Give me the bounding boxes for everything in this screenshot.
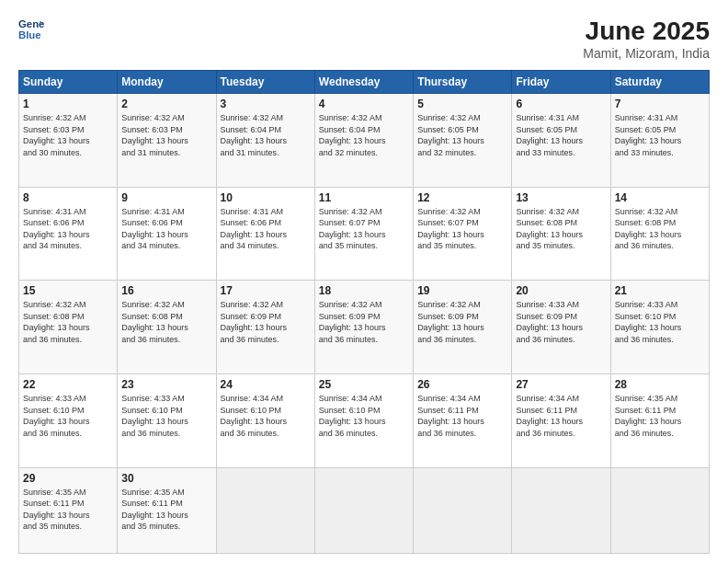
day-info: Sunrise: 4:34 AM Sunset: 6:10 PM Dayligh… xyxy=(221,393,311,439)
day-number: 21 xyxy=(615,284,705,297)
weekday-header: Sunday xyxy=(19,71,118,94)
title-block: June 2025 Mamit, Mizoram, India xyxy=(583,17,710,61)
weekday-header: Thursday xyxy=(414,71,512,94)
day-info: Sunrise: 4:34 AM Sunset: 6:11 PM Dayligh… xyxy=(417,393,507,439)
svg-text:General: General xyxy=(18,18,44,29)
calendar-cell: 22Sunrise: 4:33 AM Sunset: 6:10 PM Dayli… xyxy=(19,373,118,467)
day-number: 14 xyxy=(615,191,705,204)
day-info: Sunrise: 4:32 AM Sunset: 6:05 PM Dayligh… xyxy=(417,112,507,158)
day-info: Sunrise: 4:31 AM Sunset: 6:06 PM Dayligh… xyxy=(121,206,211,252)
day-info: Sunrise: 4:31 AM Sunset: 6:06 PM Dayligh… xyxy=(221,206,311,252)
day-number: 10 xyxy=(221,191,311,204)
day-number: 5 xyxy=(417,98,507,110)
day-info: Sunrise: 4:32 AM Sunset: 6:09 PM Dayligh… xyxy=(417,299,507,345)
calendar-cell: 30Sunrise: 4:35 AM Sunset: 6:11 PM Dayli… xyxy=(118,467,216,553)
day-number: 20 xyxy=(516,284,606,297)
day-info: Sunrise: 4:31 AM Sunset: 6:05 PM Dayligh… xyxy=(516,112,606,158)
day-number: 28 xyxy=(615,378,705,391)
day-info: Sunrise: 4:32 AM Sunset: 6:08 PM Dayligh… xyxy=(23,299,113,345)
day-number: 24 xyxy=(221,378,311,391)
day-info: Sunrise: 4:32 AM Sunset: 6:03 PM Dayligh… xyxy=(23,112,113,158)
calendar-cell: 10Sunrise: 4:31 AM Sunset: 6:06 PM Dayli… xyxy=(216,187,314,281)
calendar-cell: 18Sunrise: 4:32 AM Sunset: 6:09 PM Dayli… xyxy=(314,281,413,374)
weekday-header-row: SundayMondayTuesdayWednesdayThursdayFrid… xyxy=(19,71,710,94)
calendar-cell: 8Sunrise: 4:31 AM Sunset: 6:06 PM Daylig… xyxy=(19,187,118,281)
weekday-header: Tuesday xyxy=(216,71,314,94)
day-number: 17 xyxy=(221,284,311,297)
calendar-cell: 16Sunrise: 4:32 AM Sunset: 6:08 PM Dayli… xyxy=(118,281,216,374)
page: General Blue June 2025 Mamit, Mizoram, I… xyxy=(0,0,728,563)
day-info: Sunrise: 4:33 AM Sunset: 6:10 PM Dayligh… xyxy=(615,299,705,345)
day-info: Sunrise: 4:32 AM Sunset: 6:04 PM Dayligh… xyxy=(221,112,311,158)
day-number: 13 xyxy=(516,191,606,204)
calendar-cell: 3Sunrise: 4:32 AM Sunset: 6:04 PM Daylig… xyxy=(216,94,314,188)
calendar-table: SundayMondayTuesdayWednesdayThursdayFrid… xyxy=(18,70,710,554)
day-number: 30 xyxy=(121,472,211,485)
page-title: June 2025 xyxy=(583,17,710,46)
day-number: 22 xyxy=(23,378,113,391)
logo: General Blue xyxy=(18,17,44,42)
day-info: Sunrise: 4:33 AM Sunset: 6:10 PM Dayligh… xyxy=(23,393,113,439)
calendar-cell: 9Sunrise: 4:31 AM Sunset: 6:06 PM Daylig… xyxy=(118,187,216,281)
calendar-cell xyxy=(512,467,610,553)
calendar-cell: 20Sunrise: 4:33 AM Sunset: 6:09 PM Dayli… xyxy=(512,281,610,374)
day-number: 27 xyxy=(516,378,606,391)
calendar-cell xyxy=(216,467,314,553)
svg-text:Blue: Blue xyxy=(18,29,41,40)
day-number: 12 xyxy=(417,191,507,204)
day-number: 29 xyxy=(23,472,113,485)
day-info: Sunrise: 4:32 AM Sunset: 6:04 PM Dayligh… xyxy=(319,112,409,158)
header: General Blue June 2025 Mamit, Mizoram, I… xyxy=(18,17,710,61)
weekday-header: Monday xyxy=(118,71,216,94)
day-info: Sunrise: 4:31 AM Sunset: 6:05 PM Dayligh… xyxy=(615,112,705,158)
day-info: Sunrise: 4:34 AM Sunset: 6:11 PM Dayligh… xyxy=(516,393,606,439)
calendar-cell: 26Sunrise: 4:34 AM Sunset: 6:11 PM Dayli… xyxy=(414,373,512,467)
day-number: 25 xyxy=(319,378,409,391)
page-subtitle: Mamit, Mizoram, India xyxy=(583,46,710,61)
day-info: Sunrise: 4:33 AM Sunset: 6:10 PM Dayligh… xyxy=(121,393,211,439)
day-number: 7 xyxy=(615,98,705,110)
day-info: Sunrise: 4:33 AM Sunset: 6:09 PM Dayligh… xyxy=(516,299,606,345)
day-info: Sunrise: 4:32 AM Sunset: 6:07 PM Dayligh… xyxy=(319,206,409,252)
day-info: Sunrise: 4:32 AM Sunset: 6:09 PM Dayligh… xyxy=(319,299,409,345)
day-info: Sunrise: 4:32 AM Sunset: 6:09 PM Dayligh… xyxy=(221,299,311,345)
calendar-cell: 24Sunrise: 4:34 AM Sunset: 6:10 PM Dayli… xyxy=(216,373,314,467)
calendar-cell: 6Sunrise: 4:31 AM Sunset: 6:05 PM Daylig… xyxy=(512,94,610,188)
calendar-cell: 14Sunrise: 4:32 AM Sunset: 6:08 PM Dayli… xyxy=(610,187,709,281)
calendar-cell: 13Sunrise: 4:32 AM Sunset: 6:08 PM Dayli… xyxy=(512,187,610,281)
calendar-cell: 2Sunrise: 4:32 AM Sunset: 6:03 PM Daylig… xyxy=(118,94,216,188)
calendar-week-row: 29Sunrise: 4:35 AM Sunset: 6:11 PM Dayli… xyxy=(19,467,710,553)
day-number: 16 xyxy=(121,284,211,297)
day-info: Sunrise: 4:35 AM Sunset: 6:11 PM Dayligh… xyxy=(23,487,113,533)
calendar-cell xyxy=(414,467,512,553)
day-number: 3 xyxy=(221,98,311,110)
day-info: Sunrise: 4:32 AM Sunset: 6:08 PM Dayligh… xyxy=(516,206,606,252)
day-number: 23 xyxy=(121,378,211,391)
day-number: 15 xyxy=(23,284,113,297)
logo-icon: General Blue xyxy=(18,17,44,42)
calendar-cell: 21Sunrise: 4:33 AM Sunset: 6:10 PM Dayli… xyxy=(610,281,709,374)
day-info: Sunrise: 4:31 AM Sunset: 6:06 PM Dayligh… xyxy=(23,206,113,252)
day-number: 9 xyxy=(121,191,211,204)
weekday-header: Friday xyxy=(512,71,610,94)
calendar-cell: 27Sunrise: 4:34 AM Sunset: 6:11 PM Dayli… xyxy=(512,373,610,467)
day-number: 19 xyxy=(417,284,507,297)
day-number: 2 xyxy=(121,98,211,110)
calendar-cell: 25Sunrise: 4:34 AM Sunset: 6:10 PM Dayli… xyxy=(314,373,413,467)
day-info: Sunrise: 4:32 AM Sunset: 6:08 PM Dayligh… xyxy=(121,299,211,345)
calendar-week-row: 22Sunrise: 4:33 AM Sunset: 6:10 PM Dayli… xyxy=(19,373,710,467)
day-number: 1 xyxy=(23,98,113,110)
calendar-cell xyxy=(610,467,709,553)
calendar-week-row: 15Sunrise: 4:32 AM Sunset: 6:08 PM Dayli… xyxy=(19,281,710,374)
calendar-cell: 12Sunrise: 4:32 AM Sunset: 6:07 PM Dayli… xyxy=(414,187,512,281)
calendar-cell: 11Sunrise: 4:32 AM Sunset: 6:07 PM Dayli… xyxy=(314,187,413,281)
day-number: 4 xyxy=(319,98,409,110)
weekday-header: Wednesday xyxy=(314,71,413,94)
calendar-cell: 15Sunrise: 4:32 AM Sunset: 6:08 PM Dayli… xyxy=(19,281,118,374)
day-info: Sunrise: 4:34 AM Sunset: 6:10 PM Dayligh… xyxy=(319,393,409,439)
calendar-week-row: 8Sunrise: 4:31 AM Sunset: 6:06 PM Daylig… xyxy=(19,187,710,281)
calendar-cell: 5Sunrise: 4:32 AM Sunset: 6:05 PM Daylig… xyxy=(414,94,512,188)
day-number: 11 xyxy=(319,191,409,204)
day-info: Sunrise: 4:32 AM Sunset: 6:03 PM Dayligh… xyxy=(121,112,211,158)
weekday-header: Saturday xyxy=(610,71,709,94)
